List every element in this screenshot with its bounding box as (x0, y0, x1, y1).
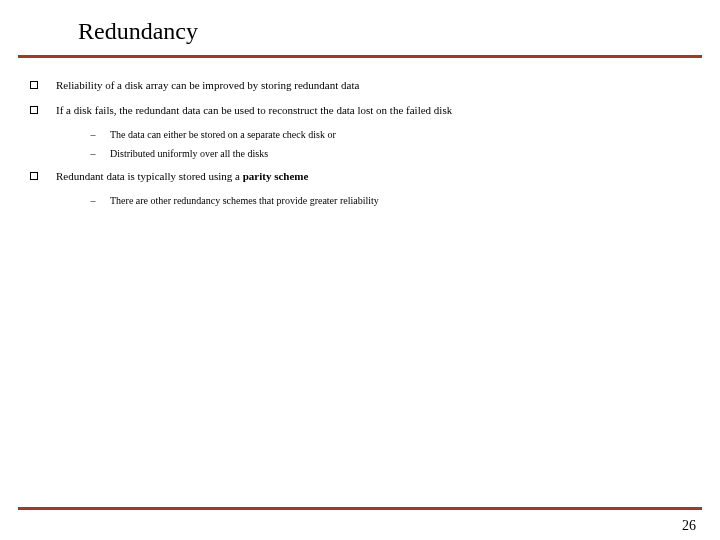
bullet-text: Reliability of a disk array can be impro… (56, 78, 359, 93)
bullet-text: If a disk fails, the redundant data can … (56, 103, 452, 118)
dash-icon: – (88, 128, 98, 142)
sub-bullet-item: – The data can either be stored on a sep… (88, 128, 690, 142)
square-bullet-icon (30, 106, 38, 114)
content-area: Reliability of a disk array can be impro… (0, 58, 720, 207)
sub-bullet-text: Distributed uniformly over all the disks (110, 147, 268, 161)
page-number: 26 (682, 518, 696, 534)
dash-icon: – (88, 194, 98, 208)
bullet-text: Redundant data is typically stored using… (56, 169, 308, 184)
bullet-text-bold: parity scheme (243, 170, 309, 182)
bullet-item: Reliability of a disk array can be impro… (30, 78, 690, 93)
bullet-item: Redundant data is typically stored using… (30, 169, 690, 184)
sub-bullet-item: – There are other redundancy schemes tha… (88, 194, 690, 208)
square-bullet-icon (30, 81, 38, 89)
dash-icon: – (88, 147, 98, 161)
page-title: Redundancy (0, 0, 720, 51)
slide: Redundancy Reliability of a disk array c… (0, 0, 720, 540)
bullet-item: If a disk fails, the redundant data can … (30, 103, 690, 118)
bullet-text-pre: Redundant data is typically stored using… (56, 170, 243, 182)
sub-bullet-item: – Distributed uniformly over all the dis… (88, 147, 690, 161)
sub-bullet-text: There are other redundancy schemes that … (110, 194, 379, 208)
sub-bullet-text: The data can either be stored on a separ… (110, 128, 336, 142)
square-bullet-icon (30, 172, 38, 180)
divider-bottom (18, 507, 702, 510)
